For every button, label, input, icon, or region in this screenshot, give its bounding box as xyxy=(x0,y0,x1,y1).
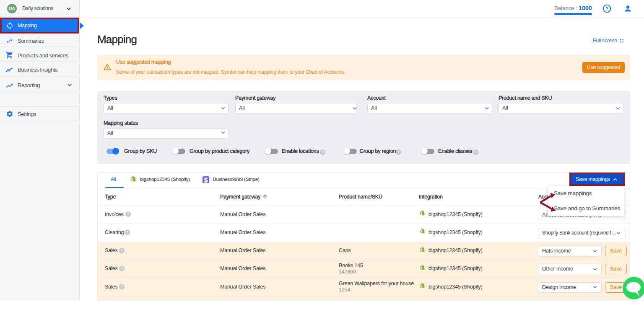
svg-text:?: ? xyxy=(605,6,608,11)
